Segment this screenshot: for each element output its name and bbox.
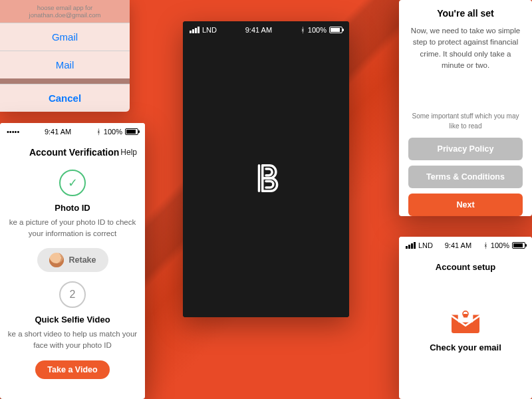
clock-label: 9:41 AM [45,128,71,136]
email-app-action-sheet: hoose email app for jonathan.doe@gmail.c… [0,0,130,112]
action-sheet-option-gmail[interactable]: Gmail [0,23,130,51]
step1-body: ke a picture of your photo ID to check y… [0,217,145,239]
step1-heading: Photo ID [0,203,145,213]
next-button[interactable]: Next [408,194,523,216]
terms-button[interactable]: Terms & Conditions [408,166,523,188]
battery-icon [329,27,342,33]
app-logo-icon [247,160,285,197]
all-set-smallprint: Some important stuff which you may like … [408,111,523,131]
battery-pct: 100% [491,241,509,249]
carrier-label: LND [418,241,433,249]
take-video-button[interactable]: Take a Video [35,360,109,379]
carrier-dots-icon: ••••• [7,128,19,136]
bluetooth-icon: ᚼ [301,26,305,34]
battery-icon [512,242,525,249]
retake-label: Retake [69,255,96,265]
status-bar: ••••• 9:41 AM ᚼ 100% [0,123,145,140]
splash-screen: LND 9:41 AM ᚼ 100% [183,21,349,317]
check-email-heading: Check your email [399,342,532,352]
status-bar: LND 9:41 AM ᚼ 100% [183,21,349,39]
bluetooth-icon: ᚼ [96,128,101,136]
privacy-policy-button[interactable]: Privacy Policy [408,138,523,160]
status-bar: LND 9:41 AM ᚼ 100% [399,237,532,254]
svg-rect-2 [464,314,467,318]
all-set-body: Now, we need to take wo simple step to p… [408,25,523,71]
page-title: Account Verification [29,147,119,158]
step2-heading: Quick Selfie Video [0,315,145,325]
retake-button[interactable]: Retake [37,248,108,272]
carrier-label: LND [202,26,217,34]
all-set-screen: You're all set Now, we need to take wo s… [399,0,532,216]
signal-icon [190,27,200,33]
action-sheet-hint: hoose email app for jonathan.doe@gmail.c… [0,0,130,23]
step-number-badge: 2 [59,281,86,308]
battery-icon [125,128,138,135]
battery-pct: 100% [104,128,122,136]
verification-screen: ••••• 9:41 AM ᚼ 100% Account Verificatio… [0,123,145,399]
clock-label: 9:41 AM [445,241,471,249]
avatar-icon [49,253,64,267]
all-set-title: You're all set [408,8,523,19]
step2-body: ke a short video to help us match your f… [0,329,145,350]
signal-icon [406,242,416,249]
check-icon: ✓ [59,170,86,196]
envelope-lock-icon [448,305,483,333]
battery-pct: 100% [308,26,327,34]
account-setup-screen: LND 9:41 AM ᚼ 100% Account setup Check y… [399,237,532,399]
setup-title: Account setup [399,254,532,292]
clock-label: 9:41 AM [245,26,272,34]
take-video-label: Take a Video [47,365,97,374]
bluetooth-icon: ᚼ [483,241,488,249]
help-link[interactable]: Help [120,148,137,157]
action-sheet-cancel[interactable]: Cancel [0,84,130,112]
action-sheet-option-mail[interactable]: Mail [0,51,130,78]
